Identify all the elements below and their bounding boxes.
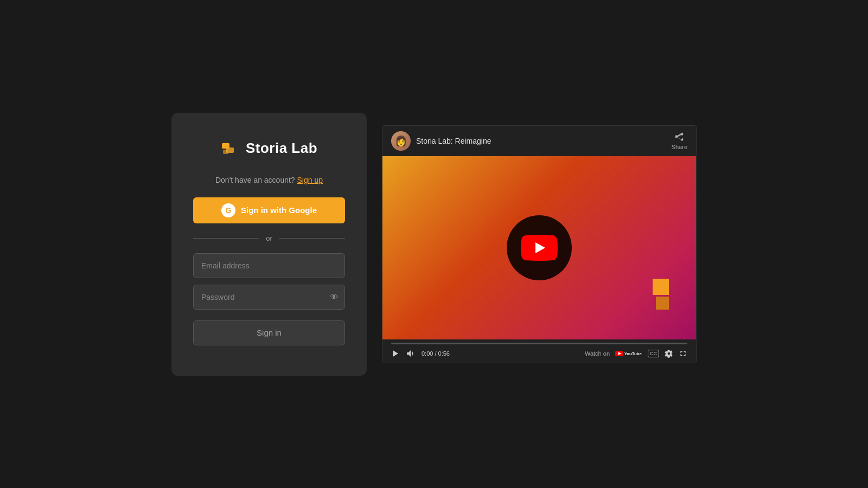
share-icon bbox=[674, 132, 685, 143]
share-label: Share bbox=[672, 144, 687, 150]
password-wrapper: 👁 bbox=[193, 285, 345, 310]
or-text: or bbox=[266, 234, 272, 242]
email-input[interactable] bbox=[193, 253, 345, 278]
or-divider: or bbox=[193, 234, 345, 242]
youtube-logo-icon: YouTube bbox=[615, 349, 642, 358]
storia-logo-icon bbox=[221, 139, 240, 158]
youtube-play-icon bbox=[521, 235, 558, 261]
play-button[interactable] bbox=[507, 215, 572, 280]
video-header: 👩 Storia Lab: Reimagine Share bbox=[382, 126, 696, 156]
fullscreen-button[interactable] bbox=[679, 349, 687, 358]
deco-square-2 bbox=[656, 297, 669, 310]
svg-text:YouTube: YouTube bbox=[624, 351, 642, 356]
video-controls: 0:00 / 0:56 Watch on YouTube CC bbox=[382, 339, 696, 363]
password-toggle-icon[interactable]: 👁 bbox=[330, 292, 339, 302]
deco-squares bbox=[653, 279, 669, 310]
video-progress-bar[interactable] bbox=[391, 343, 687, 344]
volume-button[interactable] bbox=[406, 349, 415, 358]
video-header-left: 👩 Storia Lab: Reimagine bbox=[391, 131, 492, 151]
youtube-logo-button[interactable]: YouTube bbox=[615, 349, 642, 358]
signin-label: Sign in bbox=[257, 328, 282, 337]
play-pause-icon bbox=[391, 349, 400, 358]
login-panel: Storia Lab Don't have an account? Sign u… bbox=[171, 113, 367, 376]
svg-marker-3 bbox=[393, 350, 398, 357]
play-pause-button[interactable] bbox=[391, 349, 400, 358]
controls-left: 0:00 / 0:56 bbox=[391, 349, 450, 358]
video-thumbnail[interactable] bbox=[382, 156, 696, 339]
google-signin-button[interactable]: G Sign in with Google bbox=[193, 197, 345, 223]
signin-button[interactable]: Sign in bbox=[193, 320, 345, 345]
share-button[interactable]: Share bbox=[672, 132, 687, 150]
google-btn-label: Sign in with Google bbox=[241, 206, 317, 215]
cc-button[interactable]: CC bbox=[648, 350, 659, 357]
main-container: Storia Lab Don't have an account? Sign u… bbox=[171, 113, 697, 376]
signup-link[interactable]: Sign up bbox=[297, 176, 323, 184]
settings-icon bbox=[665, 349, 673, 358]
divider-line-right bbox=[279, 238, 345, 239]
video-title: Storia Lab: Reimagine bbox=[416, 137, 492, 145]
channel-avatar: 👩 bbox=[391, 131, 411, 151]
settings-button[interactable] bbox=[665, 349, 673, 358]
logo-text: Storia Lab bbox=[246, 140, 317, 157]
google-icon: G bbox=[221, 203, 235, 217]
logo-area: Storia Lab bbox=[221, 139, 317, 158]
time-display: 0:00 / 0:56 bbox=[422, 350, 450, 357]
video-controls-row: 0:00 / 0:56 Watch on YouTube CC bbox=[391, 349, 687, 358]
signup-prompt: Don't have an account? Sign up bbox=[215, 176, 323, 184]
password-input[interactable] bbox=[193, 285, 345, 310]
volume-icon bbox=[406, 349, 415, 358]
divider-line-left bbox=[193, 238, 259, 239]
video-panel: 👩 Storia Lab: Reimagine Share bbox=[382, 125, 697, 363]
svg-rect-2 bbox=[223, 150, 228, 154]
controls-right: Watch on YouTube CC bbox=[585, 349, 687, 358]
watch-on-label: Watch on bbox=[585, 350, 610, 357]
deco-square-1 bbox=[653, 279, 669, 295]
fullscreen-icon bbox=[679, 349, 687, 358]
